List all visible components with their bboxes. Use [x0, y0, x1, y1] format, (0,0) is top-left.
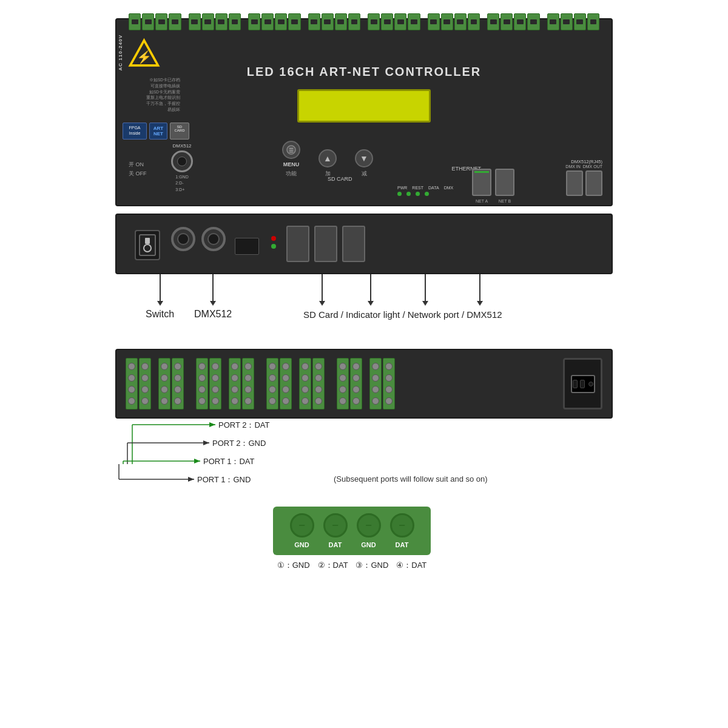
- back-rj45-port-1: [286, 226, 309, 262]
- terminal-block: [441, 13, 453, 30]
- menu-label: MENU: [283, 161, 300, 167]
- terminal-block: [487, 13, 499, 30]
- dmx512-annotation: DMX512: [194, 274, 232, 320]
- terminal-block: [394, 13, 406, 30]
- pwr-indicator-label: PWR: [397, 186, 407, 190]
- terminal-block: [322, 13, 334, 30]
- netport-arrow: [425, 274, 426, 302]
- onoff-label: 开 ON 关 OFF: [129, 160, 147, 178]
- indicator-arrow: [370, 274, 371, 302]
- term-block: [229, 358, 241, 410]
- dmx-rj45-ports: [566, 170, 602, 196]
- terminal-block: [500, 13, 513, 30]
- term-block: [139, 358, 151, 410]
- down-button[interactable]: ▼ 减: [355, 149, 373, 178]
- dmx-pins-label: 1:GND2:D-3:D+: [175, 174, 188, 194]
- socket-hole-3: [588, 382, 593, 386]
- up-button[interactable]: ▲ 加: [318, 149, 337, 178]
- pin-1: − GND: [290, 513, 314, 548]
- xlr-connectors: [171, 227, 226, 251]
- pin1-label: GND: [294, 541, 309, 548]
- terminal-block: [189, 13, 201, 30]
- dmx512-connector-circle: [171, 150, 193, 172]
- dmx-in-port: [566, 170, 583, 196]
- term-block: [126, 358, 138, 410]
- ac-voltage-label: AC 110-240V: [118, 35, 123, 70]
- terminal-block: [229, 13, 241, 30]
- terminal-block: [275, 13, 287, 30]
- terminal-block: [155, 13, 167, 30]
- pin4-label: DAT: [396, 541, 409, 548]
- terminal-block: [215, 13, 228, 30]
- subsequent-note: (Subsequent ports will follow suit and s…: [334, 474, 488, 484]
- pin-4: − DAT: [390, 513, 414, 548]
- data-indicator-label: DATA: [428, 186, 439, 190]
- num-labels: ①：GND ②：DAT ③：GND ④：DAT: [273, 560, 431, 571]
- power-switch[interactable]: [135, 230, 160, 260]
- terminal-block: [308, 13, 320, 30]
- net-b-label: NET B: [499, 199, 511, 203]
- indicator-green: [271, 244, 276, 249]
- term-block: [337, 358, 349, 410]
- term-block: [266, 358, 278, 410]
- terminal-block: [169, 13, 181, 30]
- port1-gnd-label: PORT 1：GND: [197, 474, 251, 485]
- net-a-port: NET A: [472, 169, 491, 196]
- indicators-area: PWR REST DATA DMX: [397, 186, 453, 196]
- terminal-block: [468, 13, 480, 30]
- svg-text:⚡: ⚡: [136, 50, 152, 64]
- warning-triangle-icon: ⚡: [127, 38, 161, 71]
- svg-text:☰: ☰: [289, 147, 294, 153]
- indicator-red: [271, 236, 276, 241]
- pin-3: − GND: [357, 513, 381, 548]
- bottom-device: [115, 349, 613, 419]
- svg-marker-9: [203, 440, 209, 445]
- terminal-block: [454, 13, 467, 30]
- terminal-block: [248, 13, 260, 30]
- rest-dot: [406, 192, 411, 196]
- terminal-group-7: [337, 358, 362, 410]
- net-b-port: NET B: [495, 169, 514, 196]
- sdcard-indicator-label: SD Card / Indicator light / Network port…: [303, 309, 502, 320]
- terminal-block: [348, 13, 360, 30]
- terminal-blocks-top: [129, 13, 599, 30]
- terminal-block: [142, 13, 154, 30]
- term-block: [242, 358, 254, 410]
- term-block: [383, 358, 395, 410]
- artnet-badge: ART NET: [149, 123, 167, 140]
- dmx-rj45-arrow: [479, 274, 480, 302]
- socket-hole-2: [580, 380, 585, 388]
- terminal-block: [335, 13, 347, 30]
- terminal-group-6: [299, 358, 325, 410]
- terminal-block: [368, 13, 380, 30]
- terminal-group-5: [266, 358, 292, 410]
- on-label: 开 ON: [129, 160, 147, 169]
- terminal-block: [587, 13, 599, 30]
- dmx-out-port: [585, 170, 602, 196]
- back-section: Switch DMX512: [115, 214, 613, 344]
- switch-label: Switch: [146, 309, 174, 320]
- dmx512-anno-label: DMX512: [194, 309, 232, 320]
- terminal-block: [381, 13, 393, 30]
- port-labels-area: PORT 2：DAT PORT 2：GND PORT 1：DAT PORT 1：…: [115, 419, 613, 588]
- pin3-label: GND: [361, 541, 376, 548]
- term-block: [196, 358, 208, 410]
- svg-marker-6: [209, 422, 215, 427]
- dmx512-label: DMX512: [172, 143, 191, 149]
- terminal-block: [202, 13, 214, 30]
- sdcard-arrow: [322, 274, 323, 302]
- dmx512-xlr-connector: DMX512 1:GND2:D-3:D+: [171, 143, 193, 194]
- term-block: [172, 358, 184, 410]
- back-sdcard-slot: [235, 238, 259, 255]
- left-panel: ※如SD卡已存档 可直接带电插拔 如SD卡无档案需 重新上电才能识别 千万不急，…: [123, 77, 180, 113]
- menu-button[interactable]: ☰ MENU 功能: [282, 141, 300, 178]
- data-dot: [416, 192, 420, 196]
- down-label: 减: [362, 170, 367, 178]
- rj45-ports: NET A NET B: [472, 169, 514, 196]
- net-a-label: NET A: [476, 199, 488, 203]
- dmx-rj45-label: DMX512(RJ45) DMX IN DMX OUT: [565, 159, 602, 169]
- terminal-block: [428, 13, 440, 30]
- term-block: [280, 358, 292, 410]
- pin-2: − DAT: [323, 513, 348, 548]
- term-block: [369, 358, 382, 410]
